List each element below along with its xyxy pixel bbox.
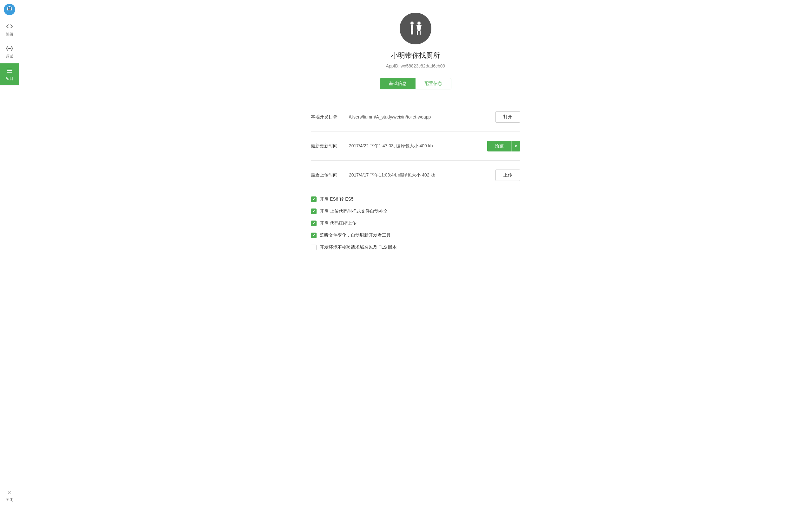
close-button[interactable]: ✕ 关闭: [0, 485, 19, 507]
svg-point-3: [7, 10, 12, 13]
last-update-label: 最新更新时间: [311, 143, 349, 149]
svg-marker-16: [416, 25, 421, 31]
editor-icon: [6, 23, 13, 31]
preview-dropdown-button[interactable]: ▾: [511, 141, 520, 152]
svg-rect-14: [412, 30, 413, 35]
dev-dir-label: 本地开发目录: [311, 114, 349, 120]
svg-rect-9: [7, 70, 12, 71]
checkbox-item-es6: 开启 ES6 转 ES5: [311, 196, 520, 202]
checkbox-auto-style[interactable]: [311, 209, 316, 214]
debug-icon: [6, 45, 13, 53]
svg-rect-7: [8, 9, 11, 10]
svg-point-2: [8, 7, 11, 10]
checkbox-no-check-domain-label: 开发环境不校验请求域名以及 TLS 版本: [320, 245, 397, 250]
tab-config[interactable]: 配置信息: [415, 78, 451, 89]
svg-rect-17: [417, 31, 418, 35]
checkbox-auto-refresh-label: 监听文件变化，自动刷新开发者工具: [320, 233, 391, 238]
app-icon: [400, 13, 432, 44]
toilet-icon: [404, 17, 426, 40]
open-button[interactable]: 打开: [496, 111, 520, 123]
info-row-last-update: 最新更新时间 2017/4/22 下午1:47:03, 编译包大小 409 kb…: [311, 132, 520, 161]
checkbox-no-check-domain[interactable]: [311, 245, 316, 250]
svg-rect-8: [7, 69, 12, 69]
main-content: 小明带你找厕所 AppID: wx58823c82dad6cb09 基础信息 配…: [19, 0, 812, 507]
sidebar-item-project[interactable]: 项目: [0, 63, 19, 86]
svg-point-4: [8, 7, 9, 8]
logo-icon: [5, 5, 14, 14]
svg-point-5: [10, 7, 11, 8]
checkbox-auto-style-label: 开启 上传代码时样式文件自动补全: [320, 209, 388, 214]
checkbox-section: 开启 ES6 转 ES5 开启 上传代码时样式文件自动补全 开启 代码压缩上传 …: [311, 190, 520, 257]
checkbox-compress[interactable]: [311, 221, 316, 226]
checkbox-es6[interactable]: [311, 196, 316, 202]
info-section: 本地开发目录 /Users/liumm/A_study/weixin/toile…: [311, 102, 520, 190]
tab-group: 基础信息 配置信息: [380, 78, 451, 89]
checkbox-item-auto-style: 开启 上传代码时样式文件自动补全: [311, 209, 520, 214]
info-row-dev-dir: 本地开发目录 /Users/liumm/A_study/weixin/toile…: [311, 102, 520, 132]
last-upload-value: 2017/4/17 下午11:03:44, 编译包大小 402 kb: [349, 172, 496, 178]
svg-rect-12: [411, 25, 413, 31]
last-update-value: 2017/4/22 下午1:47:03, 编译包大小 409 kb: [349, 143, 487, 149]
svg-point-11: [410, 21, 414, 25]
svg-rect-18: [420, 31, 420, 35]
checkbox-es6-label: 开启 ES6 转 ES5: [320, 196, 354, 202]
last-update-action: 预览 ▾: [487, 141, 520, 152]
checkbox-auto-refresh[interactable]: [311, 233, 316, 238]
svg-rect-13: [411, 30, 412, 35]
dev-dir-value: /Users/liumm/A_study/weixin/toilet-weapp: [349, 114, 496, 119]
sidebar-item-editor-label: 编辑: [6, 32, 13, 37]
app-id: AppID: wx58823c82dad6cb09: [386, 63, 445, 68]
preview-button[interactable]: 预览: [487, 141, 511, 152]
last-upload-action: 上传: [496, 170, 520, 181]
sidebar-item-editor[interactable]: 编辑: [0, 19, 19, 41]
close-icon: ✕: [7, 490, 11, 496]
info-row-last-upload: 最近上传时间 2017/4/17 下午11:03:44, 编译包大小 402 k…: [311, 161, 520, 190]
svg-point-15: [417, 21, 420, 25]
project-icon: [6, 67, 13, 75]
preview-btn-group: 预览 ▾: [487, 141, 520, 152]
logo-circle: [4, 4, 15, 15]
dev-dir-action: 打开: [496, 111, 520, 123]
sidebar-item-debug-label: 调试: [6, 54, 13, 59]
upload-button[interactable]: 上传: [496, 170, 520, 181]
svg-rect-10: [7, 72, 12, 72]
checkbox-compress-label: 开启 代码压缩上传: [320, 221, 357, 226]
sidebar-item-debug[interactable]: 调试: [0, 41, 19, 63]
last-upload-label: 最近上传时间: [311, 172, 349, 178]
sidebar-item-project-label: 项目: [6, 76, 13, 81]
checkbox-item-no-check-domain: 开发环境不校验请求域名以及 TLS 版本: [311, 245, 520, 250]
app-title: 小明带你找厕所: [391, 51, 440, 60]
sidebar: 编辑 调试 项目 ✕ 关闭: [0, 0, 19, 507]
content-wrapper: 小明带你找厕所 AppID: wx58823c82dad6cb09 基础信息 配…: [305, 0, 526, 269]
tab-basic[interactable]: 基础信息: [380, 78, 415, 89]
app-logo: [0, 0, 19, 19]
close-label: 关闭: [6, 497, 13, 503]
checkbox-item-auto-refresh: 监听文件变化，自动刷新开发者工具: [311, 233, 520, 238]
checkbox-item-compress: 开启 代码压缩上传: [311, 221, 520, 226]
